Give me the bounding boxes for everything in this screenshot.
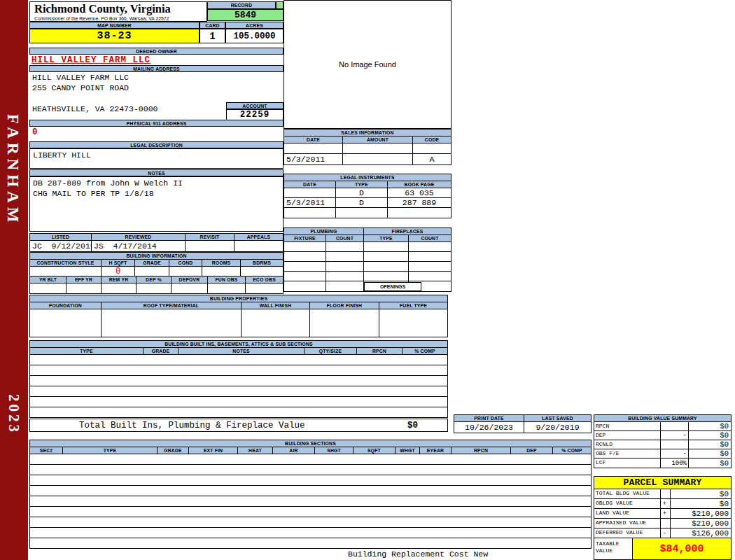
fuel-type-value[interactable]: [379, 309, 447, 337]
foundation-value[interactable]: [30, 309, 102, 337]
district-sidebar: FARNHAM 2023: [0, 0, 28, 560]
district-name: FARNHAM: [4, 114, 22, 226]
footer-text: Building Replacement Cost New: [348, 550, 488, 559]
floor-finish-value[interactable]: [310, 309, 379, 337]
built-ins-table: BUILDING BUILT INS, BASEMENTS, ATTICS & …: [29, 340, 448, 418]
record-label: RECORD: [207, 1, 276, 9]
col-eff-yr: EFF YR: [66, 276, 102, 283]
legal-description-box[interactable]: LIBERTY HILL: [29, 148, 284, 169]
col-cond: COND: [169, 260, 202, 266]
col-grade: GRADE: [144, 348, 178, 354]
plumbing-title: PLUMBING: [284, 228, 364, 234]
plumbing-fireplaces-row: [284, 252, 451, 262]
built-ins-total-row: Total Built Ins, Plumbing & Fireplace Va…: [29, 419, 448, 432]
building-info-title: BUILDING INFORMATION: [30, 253, 283, 260]
sales-row[interactable]: 5/3/2011 A: [284, 154, 451, 164]
col-qty-size: QTY/SIZE: [304, 348, 357, 354]
parcel-summary-row: APPRAISED VALUE $210,000: [594, 519, 731, 528]
bvs-row: LCF 100% $0: [594, 458, 731, 468]
building-properties-title: BUILDING PROPERTIES: [30, 295, 447, 302]
building-sections-row: [30, 475, 591, 486]
col-yr-blt: YR BLT: [30, 276, 66, 283]
col-shgt: SHGT: [315, 447, 354, 454]
col-fun-obs: FUN OBS: [208, 276, 246, 283]
parcel-summary-row: DEFERRED VALUE - $126,000: [594, 528, 731, 538]
plumbing-fireplaces-row: [284, 242, 451, 252]
review-table: LISTED REVIEWED REVISIT APPEALS JC 9/12/…: [29, 233, 284, 252]
col-eco-obs: ECO OBS: [246, 276, 283, 283]
legal-instruments-table: LEGAL INSTRUMENTS DATE TYPE BOOK PAGE D …: [284, 174, 451, 218]
col-notes: NOTES: [178, 348, 304, 354]
col-type: TYPE: [30, 348, 144, 354]
map-number-label: MAP NUMBER: [29, 22, 200, 29]
card-value[interactable]: 1: [200, 29, 225, 43]
col-grade: GRADE: [135, 260, 169, 266]
tax-year: 2023: [5, 394, 22, 435]
last-saved-value: 9/20/2019: [524, 422, 591, 433]
listed-value[interactable]: JC 9/12/2019: [30, 241, 92, 251]
reviewed-value[interactable]: JS 4/17/2014: [92, 241, 186, 251]
yr-blt-value[interactable]: [30, 284, 66, 293]
grade-value[interactable]: [135, 267, 169, 276]
col-bdrms: BDRMS: [241, 260, 283, 266]
bdrms-value[interactable]: [241, 267, 283, 276]
building-sections-row: [30, 517, 591, 528]
col-dep: DEP: [511, 447, 553, 454]
eff-yr-value[interactable]: [66, 284, 102, 293]
plumbing-col-count: COUNT: [326, 235, 364, 241]
bvs-row: RCNLD $0: [594, 440, 731, 449]
deeded-owner-value[interactable]: HILL VALLEY FARM LLC: [31, 55, 262, 65]
col-depovr: DEPOVR: [172, 276, 208, 283]
parcel-summary: PARCEL SUMMARY TOTAL BLDG VALUE $0 OBLDG…: [594, 476, 732, 560]
bvs-row: RPCN $0: [594, 422, 731, 431]
wall-finish-value[interactable]: [241, 309, 310, 337]
depovr-value[interactable]: [172, 284, 208, 293]
col-sec: SEC#: [30, 447, 63, 454]
legal-row[interactable]: 5/3/2011 D 287 889: [284, 198, 451, 208]
col-roof: ROOF TYPE/MATERIAL: [102, 302, 241, 309]
account-value[interactable]: 22259: [226, 109, 284, 120]
h-sqft-value[interactable]: 0: [102, 267, 135, 276]
col-sqft: SQFT: [354, 447, 396, 454]
photo-panel: No Image Found: [284, 0, 451, 129]
no-image-text: No Image Found: [339, 60, 396, 69]
construction-style-value[interactable]: [30, 267, 102, 276]
col-pct-comp: % COMP: [402, 348, 447, 354]
legal-description-label: LEGAL DESCRIPTION: [29, 141, 284, 148]
sales-table: SALES INFORMATION DATE AMOUNT CODE 5/3/2…: [284, 129, 451, 165]
col-rem-yr: REM YR: [102, 276, 136, 283]
appeals-label: APPEALS: [234, 234, 283, 240]
map-number-value[interactable]: 38-23: [29, 29, 200, 43]
acres-value[interactable]: 105.0000: [225, 29, 284, 43]
record-value[interactable]: 5849: [207, 9, 284, 21]
plumbing-fireplaces-row: [284, 262, 451, 272]
taxable-value-row: TAXABLE VALUE $84,000: [594, 538, 731, 559]
appeals-value[interactable]: [234, 241, 283, 251]
notes-box[interactable]: DB 287-889 from John W Welch II CHG MAIL…: [29, 176, 284, 232]
sales-row[interactable]: [284, 144, 451, 154]
rem-yr-value[interactable]: [102, 284, 136, 293]
building-sections-row: [30, 496, 591, 507]
eco-obs-value[interactable]: [246, 284, 283, 293]
record-indicator: [276, 1, 284, 9]
col-rpcn: RPCN: [451, 447, 511, 454]
card-label: CARD: [200, 22, 225, 29]
cond-value[interactable]: [169, 267, 202, 276]
physical-911-value[interactable]: 0: [32, 127, 102, 137]
notes-line: CHG MAIL TO PER TP 1/8/18: [33, 189, 283, 200]
county-subtitle: Commissioner of the Revenue, PO Box 366,…: [30, 16, 206, 21]
roof-value[interactable]: [102, 309, 241, 337]
building-sections-title: BUILDING SECTIONS: [30, 440, 591, 447]
col-ext-fin: EXT FIN: [189, 447, 238, 454]
revisit-value[interactable]: [186, 241, 234, 251]
legal-row[interactable]: D 63 035: [284, 188, 451, 198]
legal-row[interactable]: [284, 208, 451, 218]
dep-pct-value[interactable]: [136, 284, 172, 293]
building-sections-row: [30, 465, 591, 475]
fun-obs-value[interactable]: [208, 284, 246, 293]
account-label: ACCOUNT: [226, 102, 284, 109]
rooms-value[interactable]: [202, 267, 241, 276]
mailing-address-block[interactable]: HILL VALLEY FARM LLC 255 CANDY POINT ROA…: [32, 73, 225, 116]
revisit-label: REVISIT: [186, 234, 234, 240]
reviewed-label: REVIEWED: [92, 234, 186, 240]
